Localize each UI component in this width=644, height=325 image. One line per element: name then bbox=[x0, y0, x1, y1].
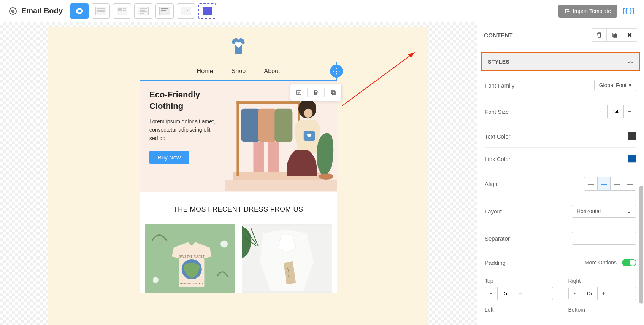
pad-top-label: Top bbox=[485, 278, 553, 284]
buy-now-button[interactable]: Buy Now bbox=[149, 151, 189, 164]
pad-top-input[interactable] bbox=[497, 287, 514, 300]
layout-select[interactable]: Horizontal ⌄ bbox=[572, 205, 636, 218]
font-size-input[interactable] bbox=[607, 105, 624, 118]
collapse-panel-button[interactable] bbox=[477, 170, 477, 188]
scrollbar[interactable] bbox=[639, 186, 643, 304]
chevron-down-icon: ⌄ bbox=[627, 208, 631, 214]
brand-logo[interactable] bbox=[140, 34, 337, 62]
hero-body: Lorem ipsum dolor sit amet, consectetur … bbox=[149, 118, 221, 142]
svg-rect-3 bbox=[225, 180, 337, 191]
align-justify-button[interactable] bbox=[623, 177, 636, 190]
hero-title: Eco-Friendly Clothing bbox=[149, 89, 221, 112]
align-right-button[interactable] bbox=[610, 177, 623, 190]
nav-link-about[interactable]: About bbox=[264, 68, 280, 74]
nav-link-home[interactable]: Home bbox=[197, 68, 213, 74]
separator-input[interactable] bbox=[572, 232, 636, 245]
properties-panel: CONTENT STYLES ︿ Font Family Global Font… bbox=[477, 22, 644, 325]
align-center-button[interactable] bbox=[597, 177, 610, 190]
svg-text:SHOP SUSTAINABLE: SHOP SUSTAINABLE bbox=[180, 282, 204, 285]
text-color-label: Text Color bbox=[485, 133, 511, 140]
duplicate-element-icon[interactable] bbox=[327, 86, 339, 99]
svg-rect-1 bbox=[331, 91, 334, 94]
svg-rect-24 bbox=[614, 34, 617, 37]
pad-top-decrement[interactable]: - bbox=[485, 287, 497, 300]
caret-down-icon: ▾ bbox=[629, 82, 631, 88]
preview-tool[interactable] bbox=[70, 3, 89, 19]
pad-right-label: Right bbox=[568, 278, 637, 284]
pad-right-increment[interactable]: + bbox=[598, 287, 610, 300]
font-family-dropdown[interactable]: Global Font ▾ bbox=[594, 80, 636, 91]
close-icon[interactable] bbox=[622, 28, 637, 42]
link-color-swatch[interactable] bbox=[628, 155, 636, 163]
hero-illustration bbox=[225, 89, 337, 192]
font-family-label: Font Family bbox=[485, 82, 514, 89]
gear-icon[interactable] bbox=[9, 7, 17, 15]
page-title: Email Body bbox=[21, 6, 63, 15]
braces-icon[interactable]: {{ }} bbox=[622, 7, 635, 15]
svg-rect-5 bbox=[236, 101, 239, 176]
nav-menu-block[interactable]: Home Shop About bbox=[140, 62, 337, 81]
nav-link-shop[interactable]: Shop bbox=[232, 68, 246, 74]
drag-handle-icon[interactable] bbox=[330, 65, 343, 78]
svg-rect-8 bbox=[254, 142, 264, 172]
pad-top-increment[interactable]: + bbox=[514, 287, 526, 300]
selection-tool[interactable] bbox=[198, 3, 216, 19]
layout-label: Layout bbox=[485, 208, 502, 215]
panel-header: CONTENT bbox=[484, 32, 513, 38]
font-size-increment[interactable]: + bbox=[624, 105, 636, 118]
separator-label: Separator bbox=[485, 235, 510, 242]
top-toolbar: Email Body </> Import Template {{ }} bbox=[0, 0, 644, 22]
font-size-decrement[interactable]: - bbox=[595, 105, 607, 118]
svg-rect-9 bbox=[268, 142, 279, 172]
link-color-label: Link Color bbox=[485, 156, 511, 162]
text-color-swatch[interactable] bbox=[628, 132, 636, 140]
more-options-toggle[interactable] bbox=[622, 259, 636, 266]
font-size-label: Font Size bbox=[485, 108, 509, 115]
layout-tool-1[interactable] bbox=[92, 3, 110, 19]
pad-right-decrement[interactable]: - bbox=[569, 287, 581, 300]
duplicate-icon[interactable] bbox=[607, 28, 622, 42]
styles-section-header[interactable]: STYLES ︿ bbox=[481, 52, 640, 71]
section-title: THE MOST RECENT DRESS FROM US bbox=[140, 192, 337, 224]
element-toolbar bbox=[290, 84, 342, 101]
chevron-up-icon: ︿ bbox=[628, 58, 634, 65]
font-size-stepper: - + bbox=[595, 105, 636, 118]
pad-left-label: Left bbox=[485, 307, 553, 313]
svg-point-11 bbox=[304, 109, 313, 118]
align-label: Align bbox=[485, 181, 497, 187]
product-card-1[interactable]: SAVE THE PLANET SHOP SUSTAINABLE bbox=[145, 224, 235, 293]
svg-rect-6 bbox=[236, 101, 300, 104]
svg-point-13 bbox=[319, 174, 333, 180]
product-card-2[interactable] bbox=[242, 224, 332, 293]
align-left-button[interactable] bbox=[584, 177, 597, 190]
delete-element-icon[interactable] bbox=[310, 86, 322, 99]
layout-tool-3[interactable] bbox=[134, 3, 152, 19]
svg-point-16 bbox=[153, 277, 159, 283]
delete-icon[interactable] bbox=[592, 28, 607, 42]
svg-text:SAVE THE PLANET: SAVE THE PLANET bbox=[179, 255, 205, 258]
layout-tool-2[interactable] bbox=[113, 3, 131, 19]
svg-rect-2 bbox=[332, 92, 335, 95]
pad-bottom-label: Bottom bbox=[568, 307, 637, 313]
pad-right-input[interactable] bbox=[581, 287, 598, 300]
layout-tool-4[interactable] bbox=[155, 3, 174, 19]
import-template-button[interactable]: Import Template bbox=[558, 5, 617, 18]
more-options-label: More Options bbox=[585, 260, 617, 266]
svg-point-15 bbox=[220, 241, 228, 248]
product-grid: SAVE THE PLANET SHOP SUSTAINABLE bbox=[140, 224, 337, 293]
code-tool[interactable]: </> bbox=[177, 3, 195, 19]
padding-label: Padding bbox=[485, 260, 506, 266]
select-element-icon[interactable] bbox=[293, 86, 305, 99]
canvas[interactable]: Home Shop About bbox=[0, 22, 477, 325]
